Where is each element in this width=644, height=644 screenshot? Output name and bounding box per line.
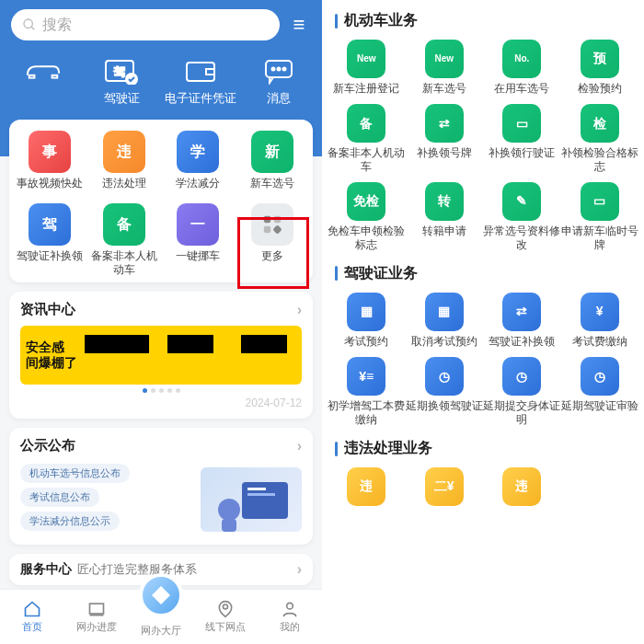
svc-label: 驾驶证补换领 xyxy=(489,335,555,348)
svc-item[interactable]: 二¥ xyxy=(406,467,484,510)
svc-label: 新车注册登记 xyxy=(333,82,399,95)
svc-icon: 违 xyxy=(502,467,541,506)
news-title: 资讯中心 xyxy=(20,301,75,318)
svg-point-0 xyxy=(24,19,32,28)
svc-label: 延期换领驾驶证 xyxy=(406,399,483,412)
pager-dots xyxy=(20,388,302,393)
svc-item[interactable]: ▦考试预约 xyxy=(328,293,406,348)
svc-item[interactable]: New新车选号 xyxy=(406,40,484,95)
svc-icon: No. xyxy=(502,40,541,78)
gongshi-pill[interactable]: 考试信息公布 xyxy=(20,488,99,507)
service-icon: 一 xyxy=(177,203,219,246)
section-vehicle-header: 机动车业务 xyxy=(322,0,644,34)
svg-rect-19 xyxy=(247,493,275,496)
home-service-5[interactable]: 备备案非本人机动车 xyxy=(87,203,162,277)
nav-home[interactable]: 首页 xyxy=(0,590,64,644)
nav-progress[interactable]: 网办进度 xyxy=(64,590,129,644)
service-label: 备案非本人机动车 xyxy=(87,249,162,277)
svg-point-11 xyxy=(278,68,281,71)
search-icon xyxy=(22,17,37,32)
svc-icon: 检 xyxy=(581,104,619,143)
svc-label: 延期提交身体证明 xyxy=(483,399,561,426)
home-service-3[interactable]: 新新车选号 xyxy=(236,131,310,190)
home-pane: 搜索 ≡ 驾 驾驶证 电子证件凭证 消息 事事故视频快处违违法处理学学法减分新新… xyxy=(0,0,322,644)
hall-fab-icon xyxy=(139,573,183,617)
home-service-0[interactable]: 事事故视频快处 xyxy=(13,131,87,190)
menu-icon[interactable]: ≡ xyxy=(287,13,311,37)
svc-item[interactable]: New新车注册登记 xyxy=(328,40,406,95)
svc-item[interactable]: 违 xyxy=(483,467,561,510)
tab-messages[interactable]: 消息 xyxy=(240,55,319,107)
svc-label: 在用车选号 xyxy=(494,82,549,95)
svg-rect-22 xyxy=(90,604,104,614)
nav-hall[interactable]: 网办大厅 xyxy=(129,590,193,644)
home-service-6[interactable]: 一一键挪车 xyxy=(161,203,236,277)
home-service-4[interactable]: 驾驾驶证补换领 xyxy=(13,203,87,277)
service-subtitle: 匠心打造完整服务体系 xyxy=(77,562,197,576)
svg-point-10 xyxy=(272,68,275,71)
svg-rect-2 xyxy=(29,75,34,78)
grid-violation: 违二¥违 xyxy=(322,462,644,512)
svc-label: 检验预约 xyxy=(578,82,622,95)
tab-ecert[interactable]: 电子证件凭证 xyxy=(161,55,240,107)
gongshi-illustration xyxy=(201,467,302,532)
svc-item[interactable]: 违 xyxy=(328,467,406,510)
service-label: 驾驶证补换领 xyxy=(17,249,83,263)
svc-item[interactable]: ¥≡初学增驾工本费缴纳 xyxy=(328,357,406,426)
news-card[interactable]: 资讯中心› 安全感间爆棚了 2024-07-12 xyxy=(9,292,313,419)
svc-item[interactable]: ¥考试费缴纳 xyxy=(561,293,639,348)
chevron-right-icon: › xyxy=(297,302,302,318)
svc-item[interactable]: ◷延期驾驶证审验 xyxy=(561,357,639,426)
svc-item[interactable]: ◷延期换领驾驶证 xyxy=(406,357,484,426)
chevron-right-icon: › xyxy=(297,561,302,578)
svc-icon: ¥ xyxy=(581,293,619,331)
section-license-header: 驾驶证业务 xyxy=(322,253,644,287)
svc-item[interactable]: 免检免检车申领检验标志 xyxy=(328,182,406,251)
svc-item[interactable]: ▭申请新车临时号牌 xyxy=(561,182,639,251)
news-date: 2024-07-12 xyxy=(20,397,302,409)
svg-rect-21 xyxy=(222,519,236,532)
svc-item[interactable]: ▭补换领行驶证 xyxy=(483,104,561,173)
gongshi-card[interactable]: 公示公布› 机动车选号信息公布考试信息公布学法减分信息公示 xyxy=(9,428,313,545)
tab-vehicle[interactable] xyxy=(4,55,83,107)
svc-icon: ◷ xyxy=(425,357,464,396)
svc-icon: ◷ xyxy=(581,357,619,396)
service-icon: 备 xyxy=(103,203,145,246)
svc-icon: ▭ xyxy=(502,104,541,143)
svc-item[interactable]: 转转籍申请 xyxy=(406,182,484,251)
svc-icon: 免检 xyxy=(347,182,385,221)
svc-label: 考试预约 xyxy=(344,335,388,348)
nav-offline[interactable]: 线下网点 xyxy=(193,590,258,644)
svc-icon: ⇄ xyxy=(502,293,541,331)
service-label: 违法处理 xyxy=(102,177,146,190)
gongshi-pill[interactable]: 学法减分信息公示 xyxy=(20,512,120,531)
svc-item[interactable]: 检补领检验合格标志 xyxy=(561,104,639,173)
svg-line-1 xyxy=(31,27,34,29)
svc-item[interactable]: ✎异常选号资料修改 xyxy=(483,182,561,251)
nav-me[interactable]: 我的 xyxy=(258,590,322,644)
svc-item[interactable]: ◷延期提交身体证明 xyxy=(483,357,561,426)
svc-icon: ◷ xyxy=(502,357,541,396)
svc-item[interactable]: 预检验预约 xyxy=(561,40,639,95)
search-input[interactable]: 搜索 xyxy=(11,9,280,40)
svc-label: 转籍申请 xyxy=(422,224,466,237)
gongshi-title: 公示公布 xyxy=(20,437,75,454)
home-services-card: 事事故视频快处违违法处理学学法减分新新车选号驾驾驶证补换领备备案非本人机动车一一… xyxy=(9,120,313,282)
svg-text:驾: 驾 xyxy=(114,65,125,78)
gongshi-pills: 机动车选号信息公布考试信息公布学法减分信息公示 xyxy=(20,464,130,535)
svg-rect-3 xyxy=(52,75,57,78)
home-service-1[interactable]: 违违法处理 xyxy=(87,131,162,190)
svc-item[interactable]: 备备案非本人机动车 xyxy=(328,104,406,173)
svc-item[interactable]: ⇄补换领号牌 xyxy=(406,104,484,173)
svc-item[interactable]: ▦取消考试预约 xyxy=(406,293,484,348)
svc-label: 初学增驾工本费缴纳 xyxy=(328,399,406,426)
svc-icon: ▭ xyxy=(581,182,619,221)
tab-license[interactable]: 驾 驾驶证 xyxy=(83,55,162,107)
news-banner[interactable]: 安全感间爆棚了 xyxy=(20,326,302,385)
gongshi-pill[interactable]: 机动车选号信息公布 xyxy=(20,464,130,483)
svg-rect-7 xyxy=(187,63,214,81)
home-service-2[interactable]: 学学法减分 xyxy=(161,131,236,190)
svc-icon: 备 xyxy=(347,104,385,143)
svc-item[interactable]: No.在用车选号 xyxy=(483,40,561,95)
svc-item[interactable]: ⇄驾驶证补换领 xyxy=(483,293,561,348)
